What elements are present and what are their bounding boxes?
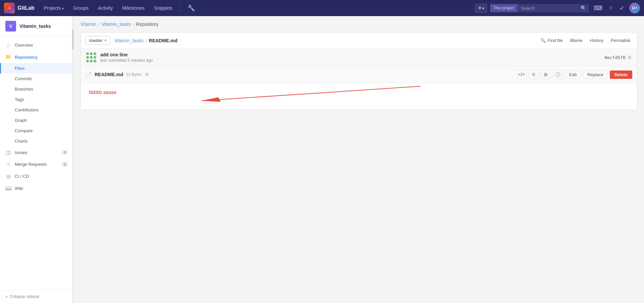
blame-file-button[interactable]: ⊞ xyxy=(541,70,551,79)
sidebar-item-overview[interactable]: ⌂ Overview xyxy=(0,39,73,51)
file-header-row: 📄 README.md 12 Bytes ⎘ </> ⎘ ⊞ 🕐 Edit Re… xyxy=(81,66,637,83)
collapse-sidebar-button[interactable]: « Collapse sidebar xyxy=(0,290,73,303)
breadcrumb: Vitamin › Vitamin_tasks › Repository xyxy=(80,21,637,27)
history-button[interactable]: History xyxy=(588,37,605,44)
sidebar: V Vitamin_tasks ⌂ Overview 📁 Repository … xyxy=(0,16,74,303)
sidebar-scrollbar-thumb xyxy=(72,30,73,50)
cicd-icon: ◎ xyxy=(5,173,11,179)
commit-hash: 0ecfd576 ⎘ xyxy=(604,54,632,61)
replace-button[interactable]: Replace xyxy=(583,70,608,79)
search-icon[interactable]: 🔍 xyxy=(578,5,589,11)
file-path: Vitamin_tasks / README.md xyxy=(114,38,177,43)
main-content: Vitamin › Vitamin_tasks › Repository mas… xyxy=(74,16,644,303)
sidebar-item-label: Issues xyxy=(15,150,28,155)
search-scope-selector[interactable]: This project xyxy=(490,4,518,12)
sidebar-sub-item-label: Graph xyxy=(15,118,27,123)
find-file-button[interactable]: 🔍 Find file xyxy=(538,37,565,44)
topnav-activity[interactable]: Activity xyxy=(94,3,117,13)
commit-left: add one line test committed 5 minutes ag… xyxy=(86,52,153,63)
file-edit-actions: </> ⎘ ⊞ 🕐 Edit Replace Delete xyxy=(517,70,632,79)
sidebar-item-contributors[interactable]: Contributors xyxy=(0,105,73,115)
sidebar-sub-item-label: Charts xyxy=(15,139,28,144)
commit-dots-icon xyxy=(86,52,96,62)
file-content: bbbbb aaaaa xyxy=(81,83,637,110)
gitlab-logo[interactable]: GitLab xyxy=(4,3,35,13)
sidebar-item-charts[interactable]: Charts xyxy=(0,136,73,146)
breadcrumb-sep-1: › xyxy=(98,22,99,27)
gitlab-wordmark: GitLab xyxy=(17,5,35,11)
chevron-left-icon: « xyxy=(5,294,8,299)
arrow-annotation xyxy=(81,83,637,110)
search-icon: 🔍 xyxy=(540,38,546,43)
breadcrumb-vitamin-tasks[interactable]: Vitamin_tasks xyxy=(101,21,130,27)
merge-requests-icon: ⑂ xyxy=(5,161,11,167)
file-actions: 🔍 Find file Blame History Permalink xyxy=(538,37,632,44)
commit-meta: test committed 5 minutes ago xyxy=(100,58,153,63)
issues-icon: ◫ xyxy=(5,149,11,155)
file-history-button[interactable]: 🕐 xyxy=(553,70,563,79)
copy-path-button[interactable]: ⎘ xyxy=(144,71,150,78)
merge-requests-icon[interactable]: ⑂ xyxy=(607,3,615,13)
sidebar-sub-item-label: Branches xyxy=(15,87,33,92)
file-content-text: bbbbb aaaaa xyxy=(89,90,629,95)
chevron-down-icon: ▾ xyxy=(105,38,107,43)
file-document-icon: 📄 xyxy=(86,71,92,78)
commit-details: add one line test committed 5 minutes ag… xyxy=(100,52,153,63)
file-info: 📄 README.md 12 Bytes ⎘ xyxy=(86,71,150,78)
project-avatar: V xyxy=(5,21,16,32)
top-navigation: GitLab Projects ▾ Groups Activity Milest… xyxy=(0,0,644,16)
sidebar-item-tags[interactable]: Tags xyxy=(0,94,73,105)
file-viewer: master ▾ Vitamin_tasks / README.md 🔍 Fin… xyxy=(80,32,637,110)
logo-icon xyxy=(4,3,15,13)
breadcrumb-vitamin[interactable]: Vitamin xyxy=(80,21,96,27)
topnav-milestones[interactable]: Milestones xyxy=(118,3,149,13)
view-raw-code-button[interactable]: </> xyxy=(517,70,527,79)
svg-marker-0 xyxy=(7,5,12,10)
repository-icon: 📁 xyxy=(5,54,11,60)
sidebar-item-label: Wiki xyxy=(15,186,23,191)
topnav-groups[interactable]: Groups xyxy=(69,3,93,13)
topnav-links: Projects ▾ Groups Activity Milestones Sn… xyxy=(40,3,475,13)
edit-button[interactable]: Edit xyxy=(565,70,581,79)
sidebar-item-branches[interactable]: Branches xyxy=(0,84,73,94)
keyboard-shortcut-icon[interactable]: ⌨ xyxy=(592,3,604,13)
sidebar-item-wiki[interactable]: 📖 Wiki xyxy=(0,182,73,194)
sidebar-item-issues[interactable]: ◫ Issues 0 xyxy=(0,146,73,158)
branch-selector[interactable]: master ▾ xyxy=(86,36,110,45)
sidebar-item-cicd[interactable]: ◎ CI / CD xyxy=(0,170,73,182)
sidebar-scrollbar xyxy=(72,16,73,303)
sidebar-item-compare[interactable]: Compare xyxy=(0,125,73,136)
search-input[interactable] xyxy=(518,4,578,12)
delete-button[interactable]: Delete xyxy=(610,70,632,79)
sidebar-item-commits[interactable]: Commits xyxy=(0,73,73,84)
sidebar-item-merge-requests[interactable]: ⑂ Merge Requests 0 xyxy=(0,158,73,170)
new-item-button[interactable]: +▾ xyxy=(475,3,487,13)
copy-raw-button[interactable]: ⎘ xyxy=(529,70,539,79)
commit-message: add one line xyxy=(100,52,153,57)
file-path-current: README.md xyxy=(149,38,178,43)
sidebar-item-repository[interactable]: 📁 Repository xyxy=(0,51,73,63)
permalink-button[interactable]: Permalink xyxy=(609,37,632,44)
topnav-snippets[interactable]: Snippets xyxy=(150,3,176,13)
app-body: V Vitamin_tasks ⌂ Overview 📁 Repository … xyxy=(0,16,644,303)
blame-button[interactable]: Blame xyxy=(568,37,585,44)
sidebar-sub-item-label: Tags xyxy=(15,97,24,102)
copy-commit-hash-button[interactable]: ⎘ xyxy=(628,54,632,61)
overview-icon: ⌂ xyxy=(5,42,11,48)
wrench-icon[interactable]: 🔧 xyxy=(185,3,198,13)
breadcrumb-sep-2: › xyxy=(132,22,134,27)
file-name: README.md xyxy=(95,72,123,77)
sidebar-sub-item-label: Files xyxy=(15,66,25,71)
sidebar-item-graph[interactable]: Graph xyxy=(0,115,73,125)
todo-icon[interactable]: ✓ xyxy=(618,3,627,13)
file-path-project-link[interactable]: Vitamin_tasks xyxy=(114,38,144,43)
topnav-projects[interactable]: Projects ▾ xyxy=(40,3,68,13)
breadcrumb-repository: Repository xyxy=(136,21,158,27)
commit-info-bar: add one line test committed 5 minutes ag… xyxy=(81,49,637,66)
file-path-separator: / xyxy=(146,38,147,43)
user-avatar[interactable]: U ▾ xyxy=(629,3,640,13)
sidebar-item-files[interactable]: Files xyxy=(0,63,73,73)
sidebar-sub-item-label: Commits xyxy=(15,76,32,81)
collapse-label: Collapse sidebar xyxy=(10,294,40,299)
sidebar-sub-item-label: Contributors xyxy=(15,107,39,112)
